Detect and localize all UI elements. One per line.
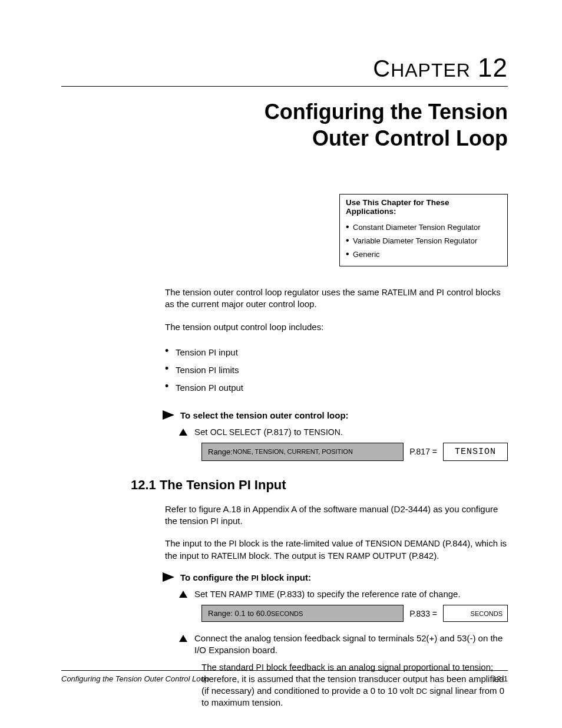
triangle-up-icon <box>179 591 187 598</box>
bullet-item: Tension PI output <box>165 379 508 397</box>
section-heading: 12.1 The Tension PI Input <box>131 477 508 493</box>
bullet-item: Tension PI limits <box>165 361 508 379</box>
intro-block: The tension outer control loop regulator… <box>165 286 508 397</box>
procedure-step: Set OCL SELECT (P.817) to TENSION. <box>179 426 508 438</box>
procedure-heading: To configure the PI block input: <box>163 572 508 582</box>
triangle-up-icon <box>179 429 187 436</box>
step-text: Connect the analog tension feedback sign… <box>194 633 508 657</box>
parameter-value: SECONDS <box>443 605 508 622</box>
step-subtext: The standard PI block feedback is an ana… <box>201 661 508 709</box>
procedure-title: To select the tension outer control loop… <box>180 410 349 420</box>
step-text: Set TEN RAMP TIME (P.833) to specify the… <box>194 588 508 600</box>
applications-box-title: Use This Chapter for These Applications: <box>346 198 501 216</box>
chapter-rest: HAPTER <box>391 60 471 81</box>
parameter-value: TENSION <box>443 443 508 461</box>
parameter-row: Range: NONE, TENSION, CURRENT, POSITION … <box>201 443 508 461</box>
procedure-step: Connect the analog tension feedback sign… <box>179 633 508 657</box>
chapter-label: CHAPTER 12 <box>61 53 508 83</box>
title-rule <box>61 86 508 87</box>
procedure-title: To configure the PI block input: <box>180 572 311 582</box>
parameter-label: P.817 = <box>404 443 443 461</box>
procedure-heading: To select the tension outer control loop… <box>163 410 508 420</box>
page-footer: Configuring the Tension Outer Control Lo… <box>61 670 508 683</box>
applications-box: Use This Chapter for These Applications:… <box>339 194 508 266</box>
step-text: Set OCL SELECT (P.817) to TENSION. <box>194 426 508 438</box>
section-p1: Refer to figure A.18 in Appendix A of th… <box>165 503 508 528</box>
triangle-right-icon <box>163 572 174 582</box>
parameter-row: Range: 0.1 to 60.0 SECONDS P.833 = SECON… <box>201 605 508 622</box>
chapter-prefix: C <box>373 55 391 81</box>
chapter-number: 12 <box>478 53 508 82</box>
section-body: Refer to figure A.18 in Appendix A of th… <box>165 503 508 562</box>
triangle-right-icon <box>163 410 174 420</box>
intro-bullets: Tension PI input Tension PI limits Tensi… <box>165 344 508 397</box>
triangle-up-icon <box>179 635 187 642</box>
parameter-range: Range: 0.1 to 60.0 SECONDS <box>201 605 404 622</box>
footer-page: 12-1 <box>492 674 508 683</box>
footer-title: Configuring the Tension Outer Control Lo… <box>61 674 209 683</box>
app-item: Constant Diameter Tension Regulator <box>346 220 501 234</box>
chapter-title: Configuring the Tension Outer Control Lo… <box>61 98 508 151</box>
procedure-step: Set TEN RAMP TIME (P.833) to specify the… <box>179 588 508 600</box>
intro-p2: The tension output control loop includes… <box>165 321 508 333</box>
intro-p1: The tension outer control loop regulator… <box>165 286 508 311</box>
parameter-range: Range: NONE, TENSION, CURRENT, POSITION <box>201 443 404 461</box>
chapter-title-line1: Configuring the Tension <box>265 100 508 124</box>
app-item: Variable Diameter Tension Regulator <box>346 234 501 248</box>
bullet-item: Tension PI input <box>165 344 508 361</box>
chapter-title-line2: Outer Control Loop <box>312 126 508 150</box>
section-p2: The input to the PI block is the rate-li… <box>165 538 508 562</box>
parameter-label: P.833 = <box>404 605 443 622</box>
app-item: Generic <box>346 248 501 261</box>
